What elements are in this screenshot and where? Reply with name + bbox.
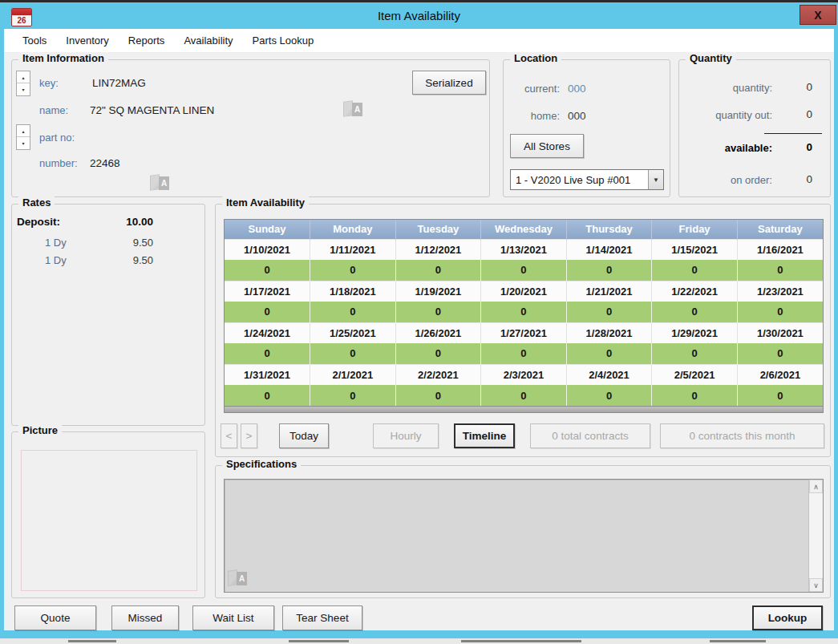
rate-value: 9.50: [133, 237, 153, 249]
menu-tools[interactable]: Tools: [13, 30, 56, 51]
translate-icon[interactable]: A: [343, 99, 362, 119]
quantity-sum-divider: [764, 133, 822, 134]
calendar-availability-cell[interactable]: 0: [737, 302, 823, 322]
calendar-availability-cell[interactable]: 0: [566, 302, 652, 322]
all-stores-button[interactable]: All Stores: [510, 134, 584, 158]
next-week-button[interactable]: >: [241, 423, 257, 448]
calendar-availability-cell[interactable]: 0: [737, 385, 823, 406]
horizontal-scrollbar[interactable]: [225, 406, 823, 412]
today-button[interactable]: Today: [279, 423, 329, 448]
quote-button[interactable]: Quote: [14, 606, 96, 630]
menu-reports[interactable]: Reports: [119, 30, 175, 51]
calendar-availability-cell[interactable]: 0: [310, 260, 396, 281]
total-contracts-button[interactable]: 0 total contracts: [530, 423, 650, 448]
calendar-availability-cell[interactable]: 0: [225, 260, 310, 281]
calendar-day-header: Friday: [652, 220, 738, 239]
name-label: name:: [39, 104, 68, 116]
calendar-availability-cell[interactable]: 0: [566, 260, 652, 281]
calendar-availability-cell[interactable]: 0: [481, 260, 567, 281]
spinner-up-icon[interactable]: ▴: [17, 125, 30, 137]
calendar-header-row: SundayMondayTuesdayWednesdayThursdayFrid…: [225, 220, 823, 239]
calendar-availability-cell[interactable]: 0: [652, 302, 738, 322]
calendar-availability-cell[interactable]: 0: [225, 302, 310, 322]
calendar-availability-cell[interactable]: 0: [737, 343, 823, 364]
spinner-up-icon[interactable]: ▴: [17, 71, 30, 83]
picture-legend: Picture: [18, 424, 62, 436]
quantity-label: quantity:: [733, 82, 772, 94]
background-window-artifact: [461, 640, 581, 642]
key-spinner[interactable]: ▴ ▾: [16, 71, 30, 96]
rates-group: Rates Deposit: 10.00 1 Dy 9.50 1 Dy 9.50: [11, 204, 205, 426]
calendar-date-cell: 1/11/2021: [310, 239, 396, 260]
specifications-textarea[interactable]: A ∧ ∨: [224, 479, 824, 593]
vertical-scrollbar[interactable]: ∧ ∨: [808, 480, 823, 592]
available-label: available:: [725, 142, 772, 154]
wait-list-button[interactable]: Wait List: [192, 606, 274, 630]
translate-icon-letter: A: [237, 572, 247, 585]
calendar-date-cell: 1/17/2021: [225, 281, 310, 302]
calendar-availability-cell[interactable]: 0: [566, 343, 652, 364]
close-button[interactable]: X: [800, 5, 836, 25]
calendar-date-cell: 2/2/2021: [395, 364, 481, 385]
quantity-out-label: quantity out:: [715, 109, 772, 121]
translate-icon[interactable]: A: [150, 172, 169, 193]
missed-button[interactable]: Missed: [111, 606, 179, 630]
calendar-availability-cell[interactable]: 0: [566, 385, 652, 406]
menu-parts-lookup[interactable]: Parts Lookup: [243, 30, 324, 51]
calendar-date-cell: 1/14/2021: [566, 239, 652, 260]
calendar-availability-cell[interactable]: 0: [225, 343, 310, 364]
specifications-group: Specifications A ∧ ∨: [215, 465, 831, 598]
calendar-date-row: 1/31/20212/1/20212/2/20212/3/20212/4/202…: [225, 364, 823, 385]
store-select[interactable]: 1 - V2020 Live Sup #001 ▼: [510, 169, 664, 190]
calendar-availability-cell[interactable]: 0: [481, 385, 567, 406]
calendar-date-cell: 1/16/2021: [737, 239, 823, 260]
lookup-button[interactable]: Lookup: [752, 606, 823, 630]
title-bar[interactable]: 26 Item Availability X: [0, 2, 838, 29]
calendar-date-cell: 1/27/2021: [481, 322, 567, 343]
quantity-group: Quantity quantity: 0 quantity out: 0 ava…: [678, 59, 831, 197]
calendar-date-cell: 2/5/2021: [652, 364, 738, 385]
calendar-availability-cell[interactable]: 0: [652, 260, 738, 281]
calendar-date-cell: 1/13/2021: [481, 239, 567, 260]
calendar-availability-cell[interactable]: 0: [652, 385, 738, 406]
rate-term: 1 Dy: [45, 254, 67, 266]
contracts-this-month-button[interactable]: 0 contracts this month: [660, 423, 824, 448]
calendar-availability-cell[interactable]: 0: [225, 385, 310, 406]
rates-legend: Rates: [18, 196, 55, 209]
calendar-date-cell: 1/28/2021: [566, 322, 652, 343]
calendar-date-cell: 1/25/2021: [310, 322, 396, 343]
prev-week-button[interactable]: <: [221, 423, 237, 448]
spinner-down-icon[interactable]: ▾: [17, 83, 30, 95]
background-window-artifact: [68, 640, 116, 642]
tear-sheet-button[interactable]: Tear Sheet: [282, 606, 362, 630]
calendar-availability-cell[interactable]: 0: [481, 343, 567, 364]
serialized-button[interactable]: Serialized: [412, 71, 486, 95]
spinner-down-icon[interactable]: ▾: [17, 137, 30, 149]
menu-inventory[interactable]: Inventory: [56, 30, 118, 51]
calendar-day-header: Thursday: [566, 220, 652, 239]
deposit-value: 10.00: [126, 216, 153, 228]
part-no-spinner[interactable]: ▴ ▾: [16, 124, 30, 150]
calendar-availability-cell[interactable]: 0: [310, 385, 396, 406]
chevron-down-icon[interactable]: ▼: [648, 170, 663, 189]
translate-icon[interactable]: A: [228, 568, 247, 589]
calendar-availability-cell[interactable]: 0: [395, 302, 481, 322]
calendar-availability-cell[interactable]: 0: [395, 343, 481, 364]
scroll-up-icon[interactable]: ∧: [809, 480, 823, 493]
hourly-button[interactable]: Hourly: [373, 423, 439, 448]
menu-availability[interactable]: Availability: [174, 30, 242, 51]
calendar-availability-cell[interactable]: 0: [481, 302, 567, 322]
window-title: Item Availability: [0, 9, 838, 22]
calendar-date-cell: 2/4/2021: [566, 364, 652, 385]
calendar-availability-cell[interactable]: 0: [737, 260, 823, 281]
timeline-button[interactable]: Timeline: [454, 423, 515, 448]
calendar-availability-cell[interactable]: 0: [652, 343, 738, 364]
item-picture[interactable]: [21, 450, 197, 591]
key-value: LIN72MAG: [92, 77, 146, 89]
store-select-value: 1 - V2020 Live Sup #001: [511, 174, 648, 186]
calendar-availability-cell[interactable]: 0: [395, 260, 481, 281]
calendar-availability-cell[interactable]: 0: [310, 302, 396, 322]
calendar-availability-cell[interactable]: 0: [310, 343, 396, 364]
calendar-availability-cell[interactable]: 0: [395, 385, 481, 406]
scroll-down-icon[interactable]: ∨: [809, 578, 823, 592]
